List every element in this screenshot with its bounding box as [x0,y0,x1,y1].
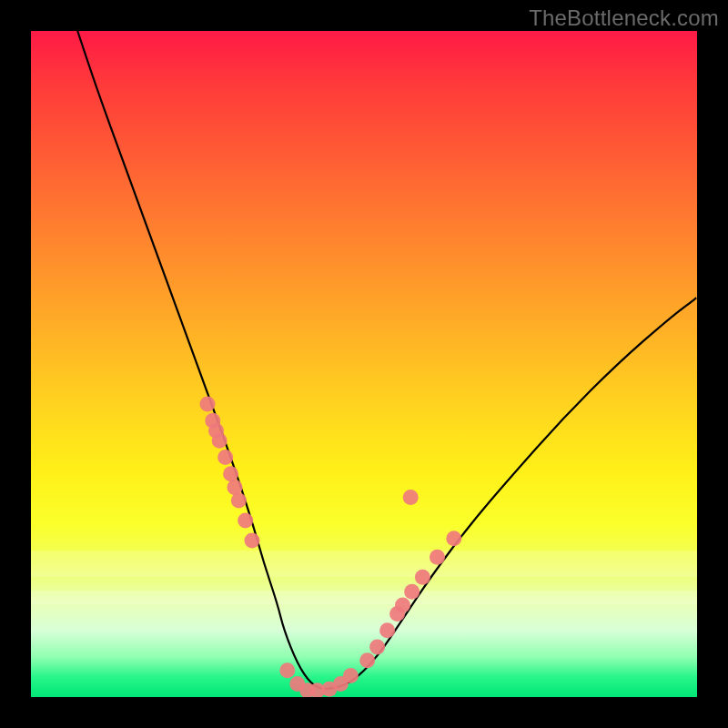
data-points [200,396,462,697]
chart-svg [31,31,697,697]
data-dot [279,662,295,678]
data-dot [404,584,420,600]
data-dot [415,570,430,585]
data-dot [395,598,410,613]
data-dot [245,533,260,549]
data-dot [379,622,395,638]
data-dot [217,450,233,465]
data-dot [238,513,253,529]
data-dot [403,490,419,505]
data-dot [200,396,216,411]
data-dot [212,433,228,449]
plot-area [31,31,697,697]
data-dot [343,668,359,683]
data-dot [369,640,385,655]
chart-frame: TheBottleneck.com [0,0,728,728]
data-dot [430,550,445,565]
data-dot [223,466,238,481]
data-dot [359,652,375,668]
data-dot [446,531,461,546]
watermark-text: TheBottleneck.com [529,5,719,31]
data-dot [231,493,247,509]
bottleneck-curve [77,31,697,689]
data-dot [228,480,243,495]
